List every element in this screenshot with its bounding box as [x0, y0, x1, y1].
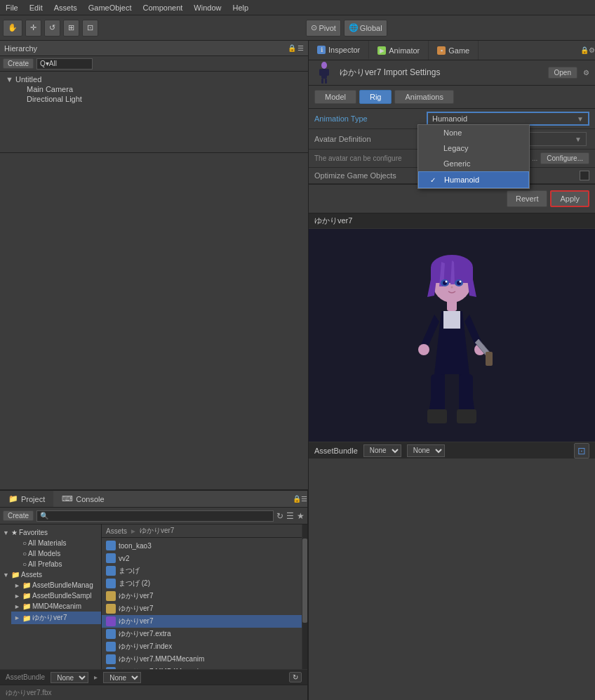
pivot-label: Pivot — [319, 24, 335, 32]
file-browser: ▼ ★ Favorites ○ All Materials ○ Al — [0, 524, 307, 669]
svg-rect-2 — [319, 69, 322, 76]
file-item-yukari-mmd1[interactable]: ゆかりver7.MMD4Mecanim — [102, 653, 302, 666]
tab-console[interactable]: ⌨ Console — [53, 491, 112, 507]
asset-bundle-select1[interactable]: None — [51, 672, 88, 683]
asset-bundle-manag-item[interactable]: ► 📁 AssetBundleManag — [11, 580, 101, 590]
animation-type-dropdown[interactable]: Humanoid ▼ — [427, 112, 589, 126]
preview-footer: AssetBundle None None ⊡ — [309, 442, 595, 458]
move-tool[interactable]: ✛ — [25, 20, 41, 37]
inspector-gear-btn[interactable]: ⚙ — [583, 69, 589, 77]
configure-btn[interactable]: Configure... — [540, 152, 589, 164]
inspector-avatar-icon — [314, 60, 334, 86]
preview-scene-btn[interactable]: ⊡ — [574, 443, 589, 458]
optimize-checkbox[interactable] — [580, 171, 589, 180]
asset-bundle-refresh[interactable]: ↻ — [289, 672, 302, 682]
file-refresh-btn[interactable]: ↻ — [276, 511, 283, 521]
pivot-button[interactable]: ⊙ Pivot — [306, 20, 340, 37]
sub-tab-rig[interactable]: Rig — [359, 90, 392, 104]
svg-rect-9 — [427, 409, 447, 423]
sub-tab-animations[interactable]: Animations — [394, 90, 453, 104]
file-item-yukari-mmd2[interactable]: ゆかりver7.MMD4Mecanim — [102, 666, 302, 669]
menu-component[interactable]: Component — [137, 2, 188, 13]
file-panel-lock[interactable]: 🔒 — [293, 495, 301, 503]
hierarchy-search[interactable] — [36, 58, 93, 70]
open-button[interactable]: Open — [548, 67, 577, 79]
apply-button[interactable]: Apply — [550, 190, 589, 207]
mmd4mecanim-item[interactable]: ► 📁 MMD4Mecanim — [11, 601, 101, 612]
all-prefabs-item[interactable]: ○ All Prefabs — [11, 559, 101, 569]
asset-bundle-bar: AssetBundle None ▸ None ↻ — [0, 669, 307, 685]
preview-bundle-select2[interactable]: None — [407, 444, 445, 457]
file-toolbar: Create ↻ ☰ ★ — [0, 508, 307, 524]
all-models-item[interactable]: ○ All Models — [11, 548, 101, 559]
sub-tab-model[interactable]: Model — [314, 90, 356, 104]
status-file-label: ゆかりver7.fbx — [6, 688, 52, 698]
menu-help[interactable]: Help — [227, 2, 254, 13]
preview-titlebar: ゆかりver7 — [309, 213, 595, 229]
rotate-tool[interactable]: ↺ — [44, 20, 60, 37]
file-item-yukari2[interactable]: ゆかりver7 — [102, 602, 302, 615]
file-icon-yukari-mmd1 — [106, 654, 116, 664]
avatar-definition-label: Avatar Definition — [314, 135, 427, 143]
file-star-btn[interactable]: ★ — [297, 511, 305, 521]
dropdown-item-humanoid[interactable]: ✓ Humanoid — [418, 171, 529, 188]
file-search-input[interactable] — [36, 510, 274, 522]
none-label: None — [443, 128, 462, 137]
global-button[interactable]: 🌐 Global — [344, 20, 387, 37]
assets-item[interactable]: ▼ 📁 Assets — [0, 569, 101, 580]
tab-inspector[interactable]: ℹ Inspector — [309, 41, 369, 60]
file-create-btn[interactable]: Create — [3, 510, 34, 521]
inspector-title-text: ゆかりver7 Import Settings — [340, 67, 542, 79]
tab-game[interactable]: ▪ Game — [429, 41, 479, 60]
yukari-folder-item[interactable]: ► 📁 ゆかりver7 — [11, 612, 101, 624]
file-icon-toon-kao3 — [106, 541, 116, 550]
scale-tool[interactable]: ⊞ — [63, 20, 79, 37]
tab-animator[interactable]: ▶ Animator — [369, 41, 429, 60]
file-item-yukari-extra[interactable]: ゆかりver7.extra — [102, 628, 302, 640]
file-item-yukari3[interactable]: ゆかりver7 — [102, 615, 302, 628]
file-list-scrollbar[interactable] — [302, 524, 307, 669]
asset-bundle-select2[interactable]: None — [103, 672, 141, 683]
hierarchy-item-untitled[interactable]: ▼ Untitled — [0, 74, 308, 84]
favorites-item[interactable]: ▼ ★ Favorites — [0, 527, 101, 538]
mmd-arrow: ► — [14, 603, 21, 610]
inspector-titlebar: ゆかりver7 Import Settings Open ⚙ — [309, 60, 595, 86]
file-item-matsuge[interactable]: まつげ — [102, 564, 302, 577]
file-label-yukari3: ゆかりver7 — [119, 616, 153, 626]
hierarchy-create-btn[interactable]: Create — [3, 58, 34, 69]
file-item-yukari-index[interactable]: ゆかりver7.index — [102, 640, 302, 653]
hand-tool[interactable]: ✋ — [3, 20, 22, 37]
hierarchy-item-main-camera[interactable]: Main Camera — [11, 84, 308, 94]
file-item-matsuge2[interactable]: まつげ (2) — [102, 577, 302, 590]
file-item-yukari1[interactable]: ゆかりver7 — [102, 590, 302, 602]
file-panel-menu[interactable]: ☰ — [301, 495, 307, 503]
svg-point-21 — [446, 280, 448, 282]
inspector-lock-btn[interactable]: 🔒 — [580, 46, 589, 54]
revert-button[interactable]: Revert — [507, 190, 547, 207]
asset-bundle-sampl-item[interactable]: ► 📁 AssetBundleSampl — [11, 590, 101, 601]
menu-gameobject[interactable]: GameObject — [83, 2, 138, 13]
rect-tool[interactable]: ⊡ — [82, 20, 98, 37]
hierarchy-lock-btn[interactable]: 🔒 — [288, 44, 296, 52]
file-item-vv2[interactable]: vv2 — [102, 552, 302, 564]
all-prefabs-icon: ○ — [22, 560, 27, 568]
tab-project[interactable]: 📁 Project — [0, 491, 53, 507]
abs-arrow: ► — [14, 593, 21, 600]
file-item-toon-kao3[interactable]: toon_kao3 — [102, 539, 302, 552]
menu-assets[interactable]: Assets — [48, 2, 83, 13]
inspector-settings-btn[interactable]: ⚙ — [589, 46, 595, 54]
all-materials-item[interactable]: ○ All Materials — [11, 538, 101, 548]
file-filter-btn[interactable]: ☰ — [286, 511, 294, 521]
hierarchy-menu-btn[interactable]: ☰ — [298, 44, 304, 52]
menu-window[interactable]: Window — [188, 2, 227, 13]
hierarchy-item-directional-light[interactable]: Directional Light — [11, 94, 308, 104]
hierarchy-toolbar: Create — [0, 56, 308, 72]
dropdown-item-legacy[interactable]: Legacy — [418, 140, 529, 156]
menu-file[interactable]: File — [0, 2, 24, 13]
menu-edit[interactable]: Edit — [24, 2, 48, 13]
dropdown-item-generic[interactable]: Generic — [418, 156, 529, 171]
dropdown-item-none[interactable]: None — [418, 125, 529, 140]
scrollbar-thumb[interactable] — [302, 539, 307, 623]
preview-bundle-select1[interactable]: None — [363, 444, 401, 457]
humanoid-check: ✓ — [430, 176, 439, 184]
